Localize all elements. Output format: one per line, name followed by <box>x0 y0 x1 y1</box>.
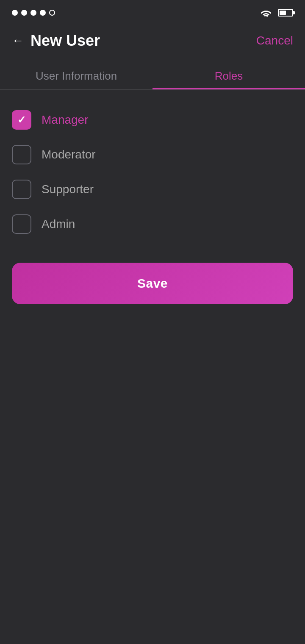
dot-2 <box>21 10 27 16</box>
dot-4 <box>40 10 46 16</box>
status-dots <box>12 10 55 16</box>
checkmark-manager: ✓ <box>17 115 26 125</box>
status-icons <box>260 8 293 17</box>
nav-header: ← New User Cancel <box>0 24 305 62</box>
role-item-moderator[interactable]: Moderator <box>12 137 293 172</box>
tab-user-information[interactable]: User Information <box>0 62 152 89</box>
nav-left: ← New User <box>12 32 100 50</box>
role-item-manager[interactable]: ✓ Manager <box>12 103 293 137</box>
tabs-container: User Information Roles <box>0 62 305 90</box>
role-item-supporter[interactable]: Supporter <box>12 172 293 207</box>
battery-icon <box>278 9 293 17</box>
checkbox-admin[interactable] <box>12 214 31 234</box>
status-bar <box>0 0 305 24</box>
checkbox-moderator[interactable] <box>12 145 31 164</box>
role-label-admin: Admin <box>42 217 75 231</box>
cancel-button[interactable]: Cancel <box>256 34 293 47</box>
checkbox-supporter[interactable] <box>12 180 31 199</box>
wifi-icon <box>260 8 272 17</box>
role-item-admin[interactable]: Admin <box>12 207 293 242</box>
role-label-manager: Manager <box>42 113 89 127</box>
tab-roles[interactable]: Roles <box>152 62 305 89</box>
dot-1 <box>12 10 18 16</box>
role-label-supporter: Supporter <box>42 183 94 196</box>
dot-5 <box>49 10 55 16</box>
role-label-moderator: Moderator <box>42 148 96 161</box>
dot-3 <box>30 10 36 16</box>
roles-list: ✓ Manager Moderator Supporter Admin <box>0 90 305 254</box>
save-button[interactable]: Save <box>12 263 293 304</box>
battery-fill <box>280 11 286 15</box>
back-button[interactable]: ← <box>12 34 24 47</box>
checkbox-manager[interactable]: ✓ <box>12 110 31 130</box>
save-section: Save <box>0 254 305 313</box>
page-title: New User <box>30 32 100 50</box>
